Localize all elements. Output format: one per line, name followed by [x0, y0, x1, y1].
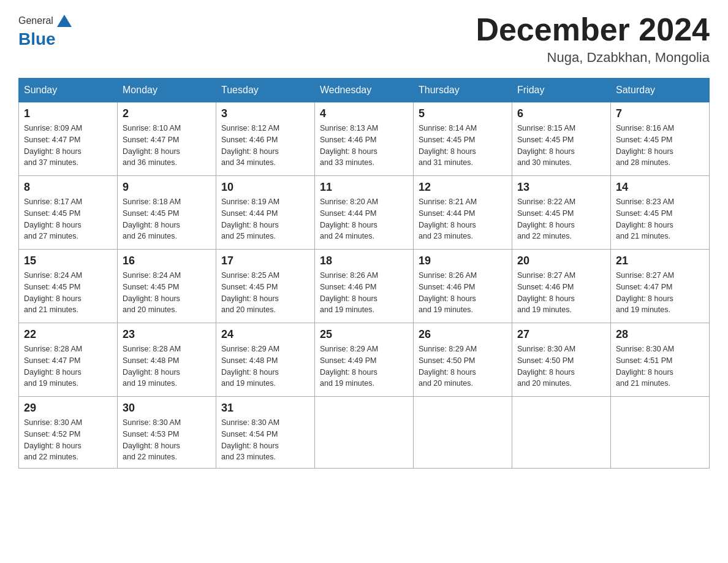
day-number: 3 [221, 107, 309, 120]
calendar-header: Sunday Monday Tuesday Wednesday Thursday… [19, 79, 710, 102]
calendar-week-1: 1 Sunrise: 8:09 AM Sunset: 4:47 PM Dayli… [19, 102, 710, 176]
day-info: Sunrise: 8:24 AM Sunset: 4:45 PM Dayligh… [24, 270, 112, 316]
day-info: Sunrise: 8:29 AM Sunset: 4:48 PM Dayligh… [221, 343, 309, 389]
day-info: Sunrise: 8:13 AM Sunset: 4:46 PM Dayligh… [320, 123, 408, 169]
header-wednesday: Wednesday [315, 79, 414, 102]
day-info: Sunrise: 8:30 AM Sunset: 4:54 PM Dayligh… [221, 417, 309, 463]
day-number: 16 [123, 255, 211, 267]
table-row: 11 Sunrise: 8:20 AM Sunset: 4:44 PM Dayl… [315, 176, 414, 250]
day-number: 7 [616, 107, 704, 120]
table-row: 9 Sunrise: 8:18 AM Sunset: 4:45 PM Dayli… [118, 176, 216, 250]
table-row: 18 Sunrise: 8:26 AM Sunset: 4:46 PM Dayl… [315, 250, 414, 323]
day-number: 26 [419, 328, 507, 341]
day-info: Sunrise: 8:22 AM Sunset: 4:45 PM Dayligh… [517, 196, 605, 242]
table-row: 4 Sunrise: 8:13 AM Sunset: 4:46 PM Dayli… [315, 102, 414, 176]
calendar-body: 1 Sunrise: 8:09 AM Sunset: 4:47 PM Dayli… [19, 102, 710, 469]
day-number: 23 [123, 328, 211, 341]
table-row: 5 Sunrise: 8:14 AM Sunset: 4:45 PM Dayli… [414, 102, 512, 176]
day-number: 18 [320, 255, 408, 267]
day-number: 4 [320, 107, 408, 120]
table-row: 2 Sunrise: 8:10 AM Sunset: 4:47 PM Dayli… [118, 102, 216, 176]
day-info: Sunrise: 8:14 AM Sunset: 4:45 PM Dayligh… [419, 123, 507, 169]
day-info: Sunrise: 8:26 AM Sunset: 4:46 PM Dayligh… [320, 270, 408, 316]
table-row: 25 Sunrise: 8:29 AM Sunset: 4:49 PM Dayl… [315, 323, 414, 397]
calendar-week-4: 22 Sunrise: 8:28 AM Sunset: 4:47 PM Dayl… [19, 323, 710, 397]
table-row: 29 Sunrise: 8:30 AM Sunset: 4:52 PM Dayl… [19, 397, 118, 469]
month-title: December 2024 [476, 12, 710, 47]
day-number: 14 [616, 181, 704, 194]
table-row: 27 Sunrise: 8:30 AM Sunset: 4:50 PM Dayl… [512, 323, 611, 397]
table-row: 3 Sunrise: 8:12 AM Sunset: 4:46 PM Dayli… [216, 102, 315, 176]
table-row: 24 Sunrise: 8:29 AM Sunset: 4:48 PM Dayl… [216, 323, 315, 397]
table-row: 21 Sunrise: 8:27 AM Sunset: 4:47 PM Dayl… [611, 250, 710, 323]
day-info: Sunrise: 8:26 AM Sunset: 4:46 PM Dayligh… [419, 270, 507, 316]
table-row [611, 397, 710, 469]
header-monday: Monday [118, 79, 216, 102]
table-row: 7 Sunrise: 8:16 AM Sunset: 4:45 PM Dayli… [611, 102, 710, 176]
header-friday: Friday [512, 79, 611, 102]
logo: General Blue [18, 12, 74, 49]
day-number: 31 [221, 402, 309, 415]
header-tuesday: Tuesday [216, 79, 315, 102]
calendar-week-3: 15 Sunrise: 8:24 AM Sunset: 4:45 PM Dayl… [19, 250, 710, 323]
table-row: 1 Sunrise: 8:09 AM Sunset: 4:47 PM Dayli… [19, 102, 118, 176]
day-info: Sunrise: 8:12 AM Sunset: 4:46 PM Dayligh… [221, 123, 309, 169]
day-number: 13 [517, 181, 605, 194]
day-info: Sunrise: 8:27 AM Sunset: 4:46 PM Dayligh… [517, 270, 605, 316]
day-info: Sunrise: 8:30 AM Sunset: 4:50 PM Dayligh… [517, 343, 605, 389]
table-row: 15 Sunrise: 8:24 AM Sunset: 4:45 PM Dayl… [19, 250, 118, 323]
table-row [414, 397, 512, 469]
day-number: 5 [419, 107, 507, 120]
day-info: Sunrise: 8:20 AM Sunset: 4:44 PM Dayligh… [320, 196, 408, 242]
table-row: 20 Sunrise: 8:27 AM Sunset: 4:46 PM Dayl… [512, 250, 611, 323]
table-row: 16 Sunrise: 8:24 AM Sunset: 4:45 PM Dayl… [118, 250, 216, 323]
logo-blue-text: Blue [18, 29, 56, 48]
calendar-week-2: 8 Sunrise: 8:17 AM Sunset: 4:45 PM Dayli… [19, 176, 710, 250]
day-number: 15 [24, 255, 112, 267]
day-number: 9 [123, 181, 211, 194]
table-row [315, 397, 414, 469]
day-number: 27 [517, 328, 605, 341]
day-info: Sunrise: 8:16 AM Sunset: 4:45 PM Dayligh… [616, 123, 704, 169]
day-info: Sunrise: 8:17 AM Sunset: 4:45 PM Dayligh… [24, 196, 112, 242]
title-section: December 2024 Nuga, Dzabkhan, Mongolia [476, 12, 710, 66]
day-number: 2 [123, 107, 211, 120]
day-info: Sunrise: 8:18 AM Sunset: 4:45 PM Dayligh… [123, 196, 211, 242]
day-info: Sunrise: 8:29 AM Sunset: 4:50 PM Dayligh… [419, 343, 507, 389]
day-info: Sunrise: 8:21 AM Sunset: 4:44 PM Dayligh… [419, 196, 507, 242]
day-number: 17 [221, 255, 309, 267]
table-row: 30 Sunrise: 8:30 AM Sunset: 4:53 PM Dayl… [118, 397, 216, 469]
day-info: Sunrise: 8:27 AM Sunset: 4:47 PM Dayligh… [616, 270, 704, 316]
location-text: Nuga, Dzabkhan, Mongolia [476, 50, 710, 66]
table-row: 17 Sunrise: 8:25 AM Sunset: 4:45 PM Dayl… [216, 250, 315, 323]
page-header: General Blue December 2024 Nuga, Dzabkha… [18, 12, 710, 66]
calendar-week-5: 29 Sunrise: 8:30 AM Sunset: 4:52 PM Dayl… [19, 397, 710, 469]
day-number: 20 [517, 255, 605, 267]
day-number: 8 [24, 181, 112, 194]
day-number: 25 [320, 328, 408, 341]
table-row: 6 Sunrise: 8:15 AM Sunset: 4:45 PM Dayli… [512, 102, 611, 176]
table-row: 12 Sunrise: 8:21 AM Sunset: 4:44 PM Dayl… [414, 176, 512, 250]
header-sunday: Sunday [19, 79, 118, 102]
day-number: 22 [24, 328, 112, 341]
day-info: Sunrise: 8:30 AM Sunset: 4:52 PM Dayligh… [24, 417, 112, 463]
day-number: 19 [419, 255, 507, 267]
day-info: Sunrise: 8:25 AM Sunset: 4:45 PM Dayligh… [221, 270, 309, 316]
day-number: 21 [616, 255, 704, 267]
day-info: Sunrise: 8:19 AM Sunset: 4:44 PM Dayligh… [221, 196, 309, 242]
table-row: 8 Sunrise: 8:17 AM Sunset: 4:45 PM Dayli… [19, 176, 118, 250]
table-row: 10 Sunrise: 8:19 AM Sunset: 4:44 PM Dayl… [216, 176, 315, 250]
day-number: 28 [616, 328, 704, 341]
day-info: Sunrise: 8:30 AM Sunset: 4:53 PM Dayligh… [123, 417, 211, 463]
logo-general-text: General [18, 15, 53, 26]
day-info: Sunrise: 8:30 AM Sunset: 4:51 PM Dayligh… [616, 343, 704, 389]
header-thursday: Thursday [414, 79, 512, 102]
day-number: 6 [517, 107, 605, 120]
day-info: Sunrise: 8:29 AM Sunset: 4:49 PM Dayligh… [320, 343, 408, 389]
day-info: Sunrise: 8:09 AM Sunset: 4:47 PM Dayligh… [24, 123, 112, 169]
header-row: Sunday Monday Tuesday Wednesday Thursday… [19, 79, 710, 102]
day-number: 30 [123, 402, 211, 415]
svg-marker-0 [57, 15, 72, 27]
table-row: 23 Sunrise: 8:28 AM Sunset: 4:48 PM Dayl… [118, 323, 216, 397]
day-number: 24 [221, 328, 309, 341]
